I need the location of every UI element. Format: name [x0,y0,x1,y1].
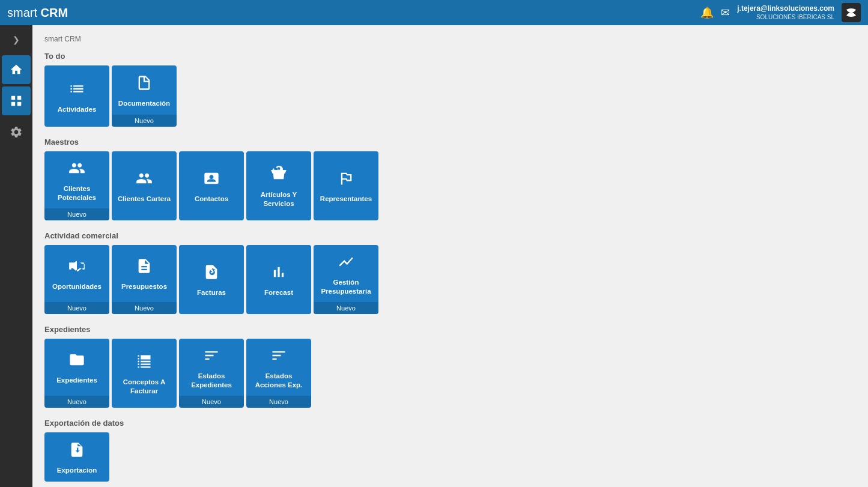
tile-main-clientes-cartera: Clientes Cartera [112,151,177,220]
section-expedientes: ExpedientesExpedientesNuevoConceptos A F… [44,325,856,408]
section-todo: To doActividadesDocumentaciónNuevo [44,52,856,127]
users-icon [136,170,153,191]
tile-main-estados-acciones: Estados Acciones Exp. [246,339,311,396]
tile-footer-oportunidades[interactable]: Nuevo [44,302,109,314]
breadcrumb: smart CRM [44,35,856,43]
tile-clientes-potenciales[interactable]: Clientes PotencialesNuevo [44,151,109,220]
tile-clientes-cartera[interactable]: Clientes Cartera [112,151,177,220]
tile-gestion-presupuestaria[interactable]: Gestión PresupuestariaNuevo [314,245,378,314]
svg-rect-0 [11,96,15,100]
tile-main-conceptos-a-facturar: Conceptos A Facturar [112,339,177,408]
tile-label-actividades: Actividades [58,105,97,114]
sidebar-item-settings[interactable] [2,118,31,147]
tile-exportacion[interactable]: Exportacion [44,432,109,482]
tile-main-actividades: Actividades [44,65,109,127]
box-icon [270,166,287,187]
tile-label-exportacion: Exportacion [57,466,97,475]
tile-articulos[interactable]: Artículos Y Servicios [246,151,311,220]
tile-label-oportunidades: Oportunidades [52,282,102,291]
tile-contactos[interactable]: Contactos [179,151,244,220]
app-logo: smart CRM [7,6,68,20]
settings-icon [10,126,23,139]
header-right: 🔔 ✉ j.tejera@linksoluciones.com SOLUCION… [700,3,861,22]
user-company: SOLUCIONES IBERICAS SL [737,13,834,21]
messages-icon[interactable]: ✉ [721,6,730,19]
tile-label-clientes-cartera: Clientes Cartera [118,195,171,204]
tiles-todo: ActividadesDocumentaciónNuevo [44,65,856,127]
svg-rect-3 [17,102,21,106]
tile-label-documentacion: Documentación [118,99,170,108]
tile-main-gestion-presupuestaria: Gestión Presupuestaria [314,245,378,302]
tile-label-contactos: Contactos [195,195,228,204]
tile-main-estados-expedientes: Estados Expedientes [179,339,244,396]
tile-estados-expedientes[interactable]: Estados ExpedientesNuevo [179,339,244,408]
home-icon [10,63,23,76]
tile-expedientes[interactable]: ExpedientesNuevo [44,339,109,408]
file-list-icon [136,258,153,279]
tile-actividades[interactable]: Actividades [44,65,109,127]
sidebar-item-dashboard[interactable] [2,86,31,115]
tile-presupuestos[interactable]: PresupuestosNuevo [112,245,177,314]
doc-icon [136,74,153,95]
handshake-icon [68,258,85,279]
tile-main-forecast: Forecast [246,245,311,314]
tile-main-contactos: Contactos [179,151,244,220]
tile-representantes[interactable]: Representantes [314,151,378,220]
tile-label-estados-acciones: Estados Acciones Exp. [251,372,306,390]
svg-rect-1 [17,96,21,100]
tiles-exportacion: Exportacion [44,432,856,482]
tile-label-clientes-potenciales: Clientes Potenciales [49,184,105,202]
tile-label-gestion-presupuestaria: Gestión Presupuestaria [318,278,374,296]
contact-icon [203,170,220,191]
user-info: j.tejera@linksoluciones.com SOLUCIONES I… [737,4,834,22]
tile-footer-gestion-presupuestaria[interactable]: Nuevo [314,302,378,314]
folder-icon [68,351,85,372]
filter-lines-icon [203,347,220,368]
tile-label-facturas: Facturas [197,288,226,297]
tile-main-presupuestos: Presupuestos [112,245,177,302]
tile-conceptos-a-facturar[interactable]: Conceptos A Facturar [112,339,177,408]
tile-footer-expedientes[interactable]: Nuevo [44,396,109,408]
tile-main-expedientes: Expedientes [44,339,109,396]
tile-main-facturas: Facturas [179,245,244,314]
badge-icon [338,170,354,191]
tile-main-articulos: Artículos Y Servicios [246,151,311,220]
file-dollar-icon [203,264,220,285]
tile-footer-estados-expedientes[interactable]: Nuevo [179,396,244,408]
tile-main-exportacion: Exportacion [44,432,109,482]
trend-icon [338,253,354,274]
section-exportacion: Exportación de datosExportacion [44,419,856,482]
tiles-expedientes: ExpedientesNuevoConceptos A FacturarEsta… [44,339,856,408]
tile-documentacion[interactable]: DocumentaciónNuevo [112,65,177,127]
tiles-maestros: Clientes PotencialesNuevoClientes Carter… [44,151,856,220]
tile-main-oportunidades: Oportunidades [44,245,109,302]
tile-oportunidades[interactable]: OportunidadesNuevo [44,245,109,314]
export-icon [68,441,85,462]
tile-forecast[interactable]: Forecast [246,245,311,314]
notifications-icon[interactable]: 🔔 [700,6,714,19]
logo-crm: CRM [41,6,68,19]
tile-facturas[interactable]: Facturas [179,245,244,314]
tile-footer-estados-acciones[interactable]: Nuevo [246,396,311,408]
app-header: smart CRM 🔔 ✉ j.tejera@linksoluciones.co… [0,0,868,25]
tile-footer-presupuestos[interactable]: Nuevo [112,302,177,314]
section-title-maestros: Maestros [44,138,856,147]
logo-smart: smart [7,6,37,19]
dashboard-icon [10,94,23,107]
tile-label-forecast: Forecast [264,288,293,297]
section-maestros: MaestrosClientes PotencialesNuevoCliente… [44,138,856,220]
sidebar-toggle[interactable]: ❯ [4,30,28,49]
tile-estados-acciones[interactable]: Estados Acciones Exp.Nuevo [246,339,311,408]
sidebar-item-home[interactable] [2,55,31,84]
tiles-actividad-comercial: OportunidadesNuevoPresupuestosNuevoFactu… [44,245,856,314]
main-content: smart CRM To doActividadesDocumentaciónN… [32,25,868,487]
bar-chart-icon [270,264,287,285]
user-email: j.tejera@linksoluciones.com [737,4,834,14]
section-title-actividad-comercial: Actividad comercial [44,231,856,240]
section-title-exportacion: Exportación de datos [44,419,856,428]
sidebar: ❯ [0,25,32,487]
tile-footer-clientes-potenciales[interactable]: Nuevo [44,208,109,220]
users-plus-icon [68,160,85,181]
tile-main-documentacion: Documentación [112,65,177,115]
tile-footer-documentacion[interactable]: Nuevo [112,115,177,127]
